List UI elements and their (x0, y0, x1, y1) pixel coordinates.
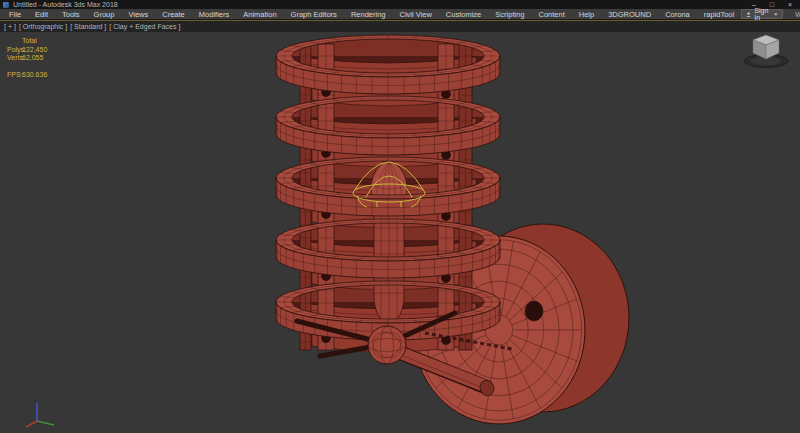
menu-group[interactable]: Group (87, 10, 122, 19)
close-button[interactable]: × (788, 0, 792, 9)
statistics-rows: Polys:122,450Verts:62,055FPS:630.636 (7, 46, 47, 80)
viewport-label-bar: [ + ][ Orthographic ][ Standard ][ Clay … (0, 21, 800, 32)
menu-bar: FileEditToolsGroupViewsCreateModifiersAn… (0, 9, 800, 20)
viewport-plus-menu[interactable]: [ + ] (4, 23, 16, 30)
workspaces-label: Workspaces: (795, 11, 800, 18)
stats-row: FPS:630.636 (7, 71, 47, 80)
menu-modifiers[interactable]: Modifiers (192, 10, 236, 19)
plate-bolt-hole (525, 301, 543, 321)
caret-down-icon: ▼ (773, 11, 778, 17)
stats-total-label: Total (7, 37, 47, 46)
window-title: Untitled - Autodesk 3ds Max 2018 (13, 0, 118, 9)
viewport-standard-menu[interactable]: [ Standard ] (70, 23, 106, 30)
viewport-pov-menu[interactable]: [ Orthographic ] (19, 23, 67, 30)
axis-x (26, 421, 37, 427)
menu-file[interactable]: File (2, 10, 28, 19)
finial-ball (368, 326, 406, 364)
world-axis-tripod (26, 403, 54, 427)
menu-animation[interactable]: Animation (236, 10, 283, 19)
menu-create[interactable]: Create (155, 10, 192, 19)
menu-customize[interactable]: Customize (439, 10, 488, 19)
menu-content[interactable]: Content (531, 10, 571, 19)
menu-rendering[interactable]: Rendering (344, 10, 393, 19)
app-icon-3dsmax (3, 2, 9, 8)
3dsmax-window: { "window": { "title": "Untitled - Autod… (0, 0, 800, 433)
stats-row: Verts:62,055 (7, 54, 47, 63)
menu-graph-editors[interactable]: Graph Editors (284, 10, 344, 19)
menu-3dground[interactable]: 3DGROUND (601, 10, 658, 19)
viewport-statistics: Total Polys:122,450Verts:62,055FPS:630.6… (7, 37, 47, 79)
view-cube[interactable] (744, 35, 788, 68)
sign-in-label: Sign In (754, 7, 770, 21)
viewport-canvas[interactable] (0, 32, 800, 433)
menu-scripting[interactable]: Scripting (488, 10, 531, 19)
menu-views[interactable]: Views (121, 10, 155, 19)
stats-row: Polys:122,450 (7, 46, 47, 55)
menu-edit[interactable]: Edit (28, 10, 55, 19)
viewport[interactable]: Total Polys:122,450Verts:62,055FPS:630.6… (0, 32, 800, 433)
maximize-button[interactable]: □ (770, 0, 774, 9)
menu-help[interactable]: Help (572, 10, 601, 19)
menu-rapidtool[interactable]: rapidTool (697, 10, 741, 19)
menu-civil-view[interactable]: Civil View (392, 10, 438, 19)
viewport-shading-menu[interactable]: [ Clay + Edged Faces ] (109, 23, 180, 30)
menu-bar-items: FileEditToolsGroupViewsCreateModifiersAn… (2, 10, 741, 19)
lamp-bulb (371, 160, 407, 327)
menu-tools[interactable]: Tools (55, 10, 87, 19)
menu-corona[interactable]: Corona (658, 10, 697, 19)
user-icon (746, 11, 751, 18)
axis-y (37, 421, 54, 425)
model-wall-lamp[interactable] (276, 35, 629, 424)
title-bar[interactable]: Untitled - Autodesk 3ds Max 2018 – □ × (0, 0, 800, 9)
sign-in-button[interactable]: Sign In ▼ (741, 9, 783, 19)
